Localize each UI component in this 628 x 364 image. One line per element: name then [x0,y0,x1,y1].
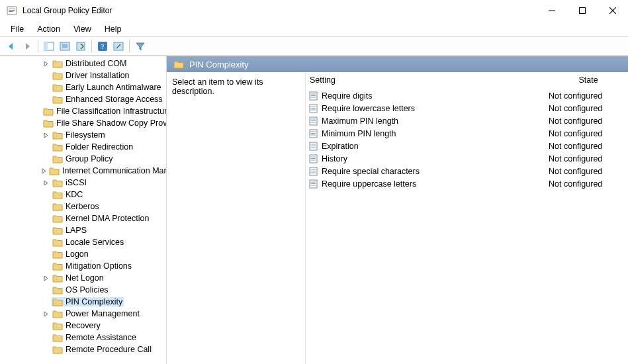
setting-row[interactable]: Require digitsNot configured [306,89,628,102]
setting-state: Not configured [549,116,628,126]
tree-item-label: File Classification Infrastructure [56,107,166,116]
tree-item-label: File Share Shadow Copy Provider [56,118,166,128]
menu-file[interactable]: File [4,23,30,35]
setting-state: Not configured [549,91,628,101]
tree-expander-icon[interactable] [41,309,50,318]
tree-item[interactable]: Power Management [0,308,166,320]
folder-icon [52,202,63,211]
tree-item[interactable]: Distributed COM [0,58,166,69]
folder-icon [52,190,63,199]
tree-item[interactable]: Logon [0,248,166,260]
svg-point-22 [310,95,312,96]
tree-item[interactable]: Group Policy [0,153,166,165]
back-button[interactable] [4,39,19,54]
toolbar-refresh-button[interactable] [111,39,126,54]
tree-item[interactable]: Early Launch Antimalware [0,81,166,93]
tree-item[interactable]: Internet Communication Management [0,165,166,177]
svg-point-23 [310,97,312,98]
tree-expander-icon [41,190,50,199]
tree-item[interactable]: PIN Complexity [0,296,166,308]
setting-row[interactable]: HistoryNot configured [306,152,628,165]
toolbar-export-button[interactable] [73,39,88,54]
tree-item[interactable]: File Share Shadow Copy Provider [0,117,166,129]
titlebar: Local Group Policy Editor [0,0,628,21]
svg-point-58 [310,159,312,161]
tree-item[interactable]: Kerberos [0,201,166,212]
policy-icon [308,154,319,163]
svg-point-56 [310,156,312,158]
toolbar-showhide-tree-button[interactable] [42,39,56,54]
tree-item[interactable]: Filesystem [0,129,166,141]
setting-row[interactable]: ExpirationNot configured [306,140,628,152]
settings-list[interactable]: Require digitsNot configuredRequire lowe… [306,88,628,364]
tree-item[interactable]: LAPS [0,224,166,236]
column-setting[interactable]: Setting [306,75,549,85]
toolbar: ? [0,37,628,56]
svg-point-64 [310,170,312,171]
detail-title: PIN Complexity [189,60,249,69]
tree-expander-icon[interactable] [41,59,50,68]
folder-icon [52,273,63,283]
tree-item[interactable]: Locale Services [0,236,166,248]
tree-item[interactable]: iSCSI [0,177,166,189]
tree-item[interactable]: Recovery [0,320,166,332]
description-pane: Select an item to view its description. [167,72,306,364]
svg-rect-1 [9,9,15,9]
setting-row[interactable]: Maximum PIN lengthNot configured [306,114,628,127]
tree-item[interactable]: Remote Assistance [0,332,166,343]
setting-row[interactable]: Minimum PIN lengthNot configured [306,127,628,140]
toolbar-properties-button[interactable] [58,39,72,54]
tree-item-label: Net Logon [66,273,104,283]
svg-point-50 [310,145,312,146]
tree-item[interactable]: OS Policies [0,284,166,296]
setting-label: Require lowercase letters [322,104,549,113]
tree[interactable]: Distributed COMDriver InstallationEarly … [0,58,166,364]
tree-expander-icon[interactable] [41,273,50,283]
tree-item[interactable]: Enhanced Storage Access [0,93,166,105]
tree-item-label: Filesystem [66,130,105,140]
tree-item[interactable]: Mitigation Options [0,260,166,272]
svg-point-71 [310,183,312,184]
setting-row[interactable]: Require uppercase lettersNot configured [306,177,628,190]
svg-point-51 [310,147,312,148]
tree-item[interactable]: Kernel DMA Protection [0,212,166,224]
svg-point-72 [310,185,312,186]
tree-item[interactable]: Folder Redirection [0,141,166,153]
close-button[interactable] [598,0,628,21]
tree-item[interactable]: Remote Procedure Call [0,343,166,355]
maximize-button[interactable] [567,0,598,21]
help-button[interactable]: ? [95,39,110,54]
tree-expander-icon[interactable] [41,130,50,140]
filter-button[interactable] [133,39,148,54]
setting-label: Maximum PIN length [322,116,549,126]
tree-item-label: Folder Redirection [66,142,133,152]
setting-row[interactable]: Require lowercase lettersNot configured [306,102,628,114]
menu-action[interactable]: Action [30,23,67,35]
description-text: Select an item to view its description. [172,77,263,96]
setting-state: Not configured [549,179,628,189]
tree-item-label: Recovery [66,321,101,330]
tree-item[interactable]: File Classification Infrastructure [0,105,166,117]
setting-state: Not configured [549,167,628,176]
column-state[interactable]: State [549,75,628,85]
menu-help[interactable]: Help [98,23,128,35]
tree-expander-icon[interactable] [41,166,47,175]
tree-expander-icon[interactable] [41,178,50,187]
tree-item[interactable]: Net Logon [0,272,166,284]
tree-expander-icon [41,83,50,92]
folder-icon [52,178,63,187]
folder-icon [52,333,63,342]
tree-item-label: Locale Services [66,238,124,247]
tree-item[interactable]: Driver Installation [0,69,166,81]
tree-expander-icon [41,345,50,354]
setting-label: Require uppercase letters [322,179,549,189]
menu-view[interactable]: View [67,23,98,35]
tree-expander-icon [41,250,50,259]
minimize-button[interactable] [537,0,567,21]
forward-button[interactable] [20,39,34,54]
detail-pane: PIN Complexity Select an item to view it… [167,56,628,364]
svg-point-36 [310,120,312,121]
setting-row[interactable]: Require special charactersNot configured [306,165,628,177]
policy-icon [308,104,319,113]
tree-item[interactable]: KDC [0,189,166,201]
